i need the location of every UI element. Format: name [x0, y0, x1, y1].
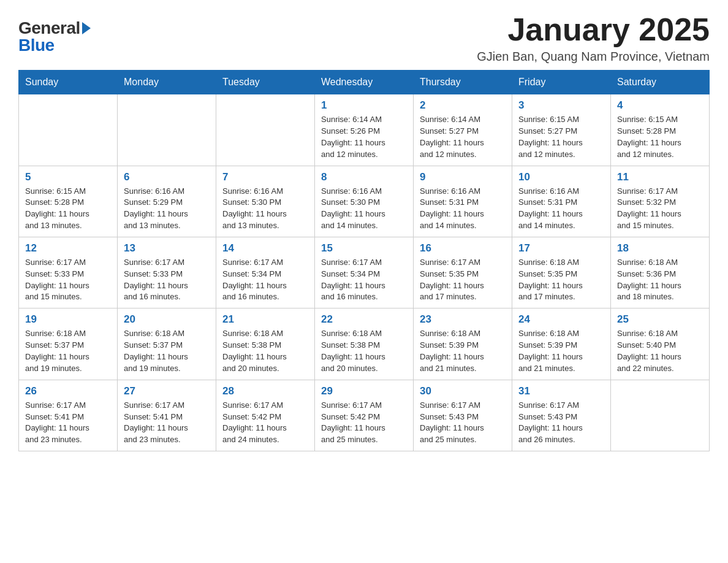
day-number: 8	[321, 171, 407, 183]
calendar-cell: 11Sunrise: 6:17 AMSunset: 5:32 PMDayligh…	[611, 166, 710, 237]
calendar-cell: 19Sunrise: 6:18 AMSunset: 5:37 PMDayligh…	[19, 308, 118, 380]
day-number: 20	[124, 313, 210, 326]
day-info: Sunrise: 6:18 AMSunset: 5:36 PMDaylight:…	[617, 257, 703, 303]
calendar-cell: 12Sunrise: 6:17 AMSunset: 5:33 PMDayligh…	[19, 237, 118, 308]
day-info: Sunrise: 6:17 AMSunset: 5:43 PMDaylight:…	[420, 400, 506, 446]
day-number: 31	[518, 385, 604, 397]
title-area: January 2025 GJien Ban, Quang Nam Provin…	[477, 12, 710, 64]
day-number: 6	[124, 171, 210, 183]
calendar-cell	[611, 380, 710, 451]
day-number: 11	[617, 171, 703, 183]
day-number: 12	[25, 242, 111, 255]
day-number: 18	[617, 242, 703, 255]
logo-triangle-icon	[82, 22, 91, 34]
day-number: 30	[420, 385, 506, 397]
day-number: 5	[25, 171, 111, 183]
day-number: 21	[222, 313, 308, 326]
day-number: 13	[124, 242, 210, 255]
day-number: 15	[321, 242, 407, 255]
day-info: Sunrise: 6:17 AMSunset: 5:41 PMDaylight:…	[25, 400, 111, 446]
day-number: 28	[222, 385, 308, 397]
page-header: General Blue January 2025 GJien Ban, Qua…	[18, 12, 710, 64]
day-number: 14	[222, 242, 308, 255]
day-info: Sunrise: 6:18 AMSunset: 5:35 PMDaylight:…	[518, 257, 604, 303]
day-number: 19	[25, 313, 111, 326]
day-info: Sunrise: 6:17 AMSunset: 5:42 PMDaylight:…	[321, 400, 407, 446]
day-number: 7	[222, 171, 308, 183]
calendar-week-row: 19Sunrise: 6:18 AMSunset: 5:37 PMDayligh…	[19, 308, 710, 380]
day-info: Sunrise: 6:17 AMSunset: 5:34 PMDaylight:…	[321, 257, 407, 303]
day-number: 27	[124, 385, 210, 397]
logo-blue: Blue	[18, 36, 55, 55]
day-number: 24	[518, 313, 604, 326]
calendar-cell: 27Sunrise: 6:17 AMSunset: 5:41 PMDayligh…	[118, 380, 216, 451]
location-title: GJien Ban, Quang Nam Province, Vietnam	[477, 50, 710, 64]
day-number: 16	[420, 242, 506, 255]
day-info: Sunrise: 6:17 AMSunset: 5:42 PMDaylight:…	[222, 400, 308, 446]
calendar-cell: 7Sunrise: 6:16 AMSunset: 5:30 PMDaylight…	[216, 166, 315, 237]
weekday-header-monday: Monday	[118, 71, 216, 94]
day-number: 29	[321, 385, 407, 397]
day-info: Sunrise: 6:18 AMSunset: 5:39 PMDaylight:…	[420, 328, 506, 374]
calendar-cell: 20Sunrise: 6:18 AMSunset: 5:37 PMDayligh…	[118, 308, 216, 380]
calendar-cell: 30Sunrise: 6:17 AMSunset: 5:43 PMDayligh…	[414, 380, 512, 451]
calendar-cell: 5Sunrise: 6:15 AMSunset: 5:28 PMDaylight…	[19, 166, 118, 237]
weekday-header-thursday: Thursday	[414, 71, 512, 94]
day-number: 23	[420, 313, 506, 326]
day-info: Sunrise: 6:15 AMSunset: 5:28 PMDaylight:…	[25, 186, 111, 232]
calendar-cell: 13Sunrise: 6:17 AMSunset: 5:33 PMDayligh…	[118, 237, 216, 308]
weekday-header-wednesday: Wednesday	[315, 71, 414, 94]
day-number: 22	[321, 313, 407, 326]
logo: General Blue	[18, 18, 92, 55]
day-info: Sunrise: 6:18 AMSunset: 5:37 PMDaylight:…	[25, 328, 111, 374]
day-info: Sunrise: 6:16 AMSunset: 5:30 PMDaylight:…	[222, 186, 308, 232]
calendar-cell: 21Sunrise: 6:18 AMSunset: 5:38 PMDayligh…	[216, 308, 315, 380]
day-info: Sunrise: 6:17 AMSunset: 5:41 PMDaylight:…	[124, 400, 210, 446]
weekday-header-sunday: Sunday	[19, 71, 118, 94]
day-info: Sunrise: 6:17 AMSunset: 5:32 PMDaylight:…	[617, 186, 703, 232]
calendar-cell: 23Sunrise: 6:18 AMSunset: 5:39 PMDayligh…	[414, 308, 512, 380]
weekday-header-tuesday: Tuesday	[216, 71, 315, 94]
calendar-week-row: 5Sunrise: 6:15 AMSunset: 5:28 PMDaylight…	[19, 166, 710, 237]
day-number: 1	[321, 99, 407, 112]
day-info: Sunrise: 6:18 AMSunset: 5:40 PMDaylight:…	[617, 328, 703, 374]
weekday-header-saturday: Saturday	[611, 71, 710, 94]
calendar-cell: 1Sunrise: 6:14 AMSunset: 5:26 PMDaylight…	[315, 94, 414, 166]
calendar-cell: 8Sunrise: 6:16 AMSunset: 5:30 PMDaylight…	[315, 166, 414, 237]
day-number: 25	[617, 313, 703, 326]
calendar-cell: 24Sunrise: 6:18 AMSunset: 5:39 PMDayligh…	[512, 308, 611, 380]
day-info: Sunrise: 6:15 AMSunset: 5:27 PMDaylight:…	[518, 114, 604, 160]
calendar-cell: 31Sunrise: 6:17 AMSunset: 5:43 PMDayligh…	[512, 380, 611, 451]
calendar-cell: 18Sunrise: 6:18 AMSunset: 5:36 PMDayligh…	[611, 237, 710, 308]
day-number: 9	[420, 171, 506, 183]
calendar-week-row: 1Sunrise: 6:14 AMSunset: 5:26 PMDaylight…	[19, 94, 710, 166]
day-number: 10	[518, 171, 604, 183]
calendar-cell: 26Sunrise: 6:17 AMSunset: 5:41 PMDayligh…	[19, 380, 118, 451]
calendar-cell: 10Sunrise: 6:16 AMSunset: 5:31 PMDayligh…	[512, 166, 611, 237]
day-number: 4	[617, 99, 703, 112]
calendar-table: SundayMondayTuesdayWednesdayThursdayFrid…	[18, 70, 710, 451]
day-info: Sunrise: 6:14 AMSunset: 5:27 PMDaylight:…	[420, 114, 506, 160]
calendar-cell: 29Sunrise: 6:17 AMSunset: 5:42 PMDayligh…	[315, 380, 414, 451]
calendar-cell	[118, 94, 216, 166]
calendar-cell: 9Sunrise: 6:16 AMSunset: 5:31 PMDaylight…	[414, 166, 512, 237]
day-info: Sunrise: 6:17 AMSunset: 5:33 PMDaylight:…	[124, 257, 210, 303]
logo-line2: Blue	[18, 36, 92, 55]
calendar-cell: 16Sunrise: 6:17 AMSunset: 5:35 PMDayligh…	[414, 237, 512, 308]
day-number: 3	[518, 99, 604, 112]
calendar-cell	[216, 94, 315, 166]
day-info: Sunrise: 6:14 AMSunset: 5:26 PMDaylight:…	[321, 114, 407, 160]
day-info: Sunrise: 6:18 AMSunset: 5:38 PMDaylight:…	[222, 328, 308, 374]
day-info: Sunrise: 6:17 AMSunset: 5:33 PMDaylight:…	[25, 257, 111, 303]
calendar-cell: 28Sunrise: 6:17 AMSunset: 5:42 PMDayligh…	[216, 380, 315, 451]
calendar-cell: 15Sunrise: 6:17 AMSunset: 5:34 PMDayligh…	[315, 237, 414, 308]
calendar-cell	[19, 94, 118, 166]
calendar-cell: 3Sunrise: 6:15 AMSunset: 5:27 PMDaylight…	[512, 94, 611, 166]
day-number: 26	[25, 385, 111, 397]
day-number: 17	[518, 242, 604, 255]
day-number: 2	[420, 99, 506, 112]
calendar-cell: 25Sunrise: 6:18 AMSunset: 5:40 PMDayligh…	[611, 308, 710, 380]
weekday-header-friday: Friday	[512, 71, 611, 94]
day-info: Sunrise: 6:17 AMSunset: 5:34 PMDaylight:…	[222, 257, 308, 303]
calendar-cell: 4Sunrise: 6:15 AMSunset: 5:28 PMDaylight…	[611, 94, 710, 166]
